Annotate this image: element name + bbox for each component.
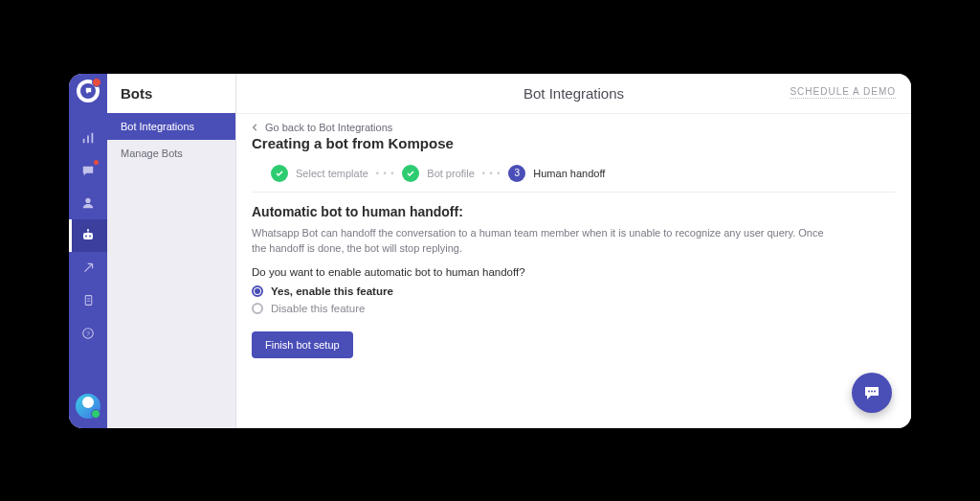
radio-disabled-unselected-icon	[252, 303, 263, 314]
svg-point-15	[871, 390, 873, 392]
step-separator: • • •	[482, 169, 501, 178]
svg-rect-2	[92, 132, 94, 143]
question-text: Do you want to enable automatic bot to h…	[252, 266, 896, 278]
finish-setup-button[interactable]: Finish bot setup	[252, 331, 353, 358]
step-1-check-icon	[271, 165, 288, 182]
main-panel: Bot Integrations SCHEDULE A DEMO Go back…	[236, 74, 911, 428]
clipboard-icon[interactable]	[69, 285, 107, 317]
radio-disable-label: Disable this feature	[271, 303, 365, 314]
svg-point-5	[85, 235, 87, 237]
svg-rect-4	[83, 233, 93, 239]
chevron-left-icon	[252, 124, 259, 131]
radio-enable-label: Yes, enable this feature	[271, 285, 393, 297]
svg-point-6	[89, 235, 91, 237]
step-1-label: Select template	[296, 168, 368, 179]
step-separator: • • •	[376, 169, 394, 178]
step-2-check-icon	[402, 165, 419, 182]
sidebar-title: Bots	[107, 74, 235, 113]
radio-enabled-selected-icon	[252, 285, 263, 297]
user-avatar[interactable]	[76, 394, 100, 419]
sidebar-item-bot-integrations[interactable]: Bot Integrations	[107, 113, 235, 140]
radio-enable[interactable]: Yes, enable this feature	[252, 285, 896, 297]
sidebar-item-manage-bots[interactable]: Manage Bots	[107, 140, 235, 167]
svg-point-14	[868, 390, 870, 392]
app-window: ? Bots Bot Integrations Manage Bots Bot …	[69, 74, 911, 428]
back-link-label: Go back to Bot Integrations	[265, 122, 392, 133]
svg-rect-9	[85, 296, 92, 306]
back-link[interactable]: Go back to Bot Integrations	[252, 114, 896, 135]
page-subtitle: Creating a bot from Kompose	[252, 135, 896, 151]
conversations-icon[interactable]	[69, 154, 107, 187]
help-icon[interactable]: ?	[69, 317, 107, 350]
section-heading: Automatic bot to human handoff:	[252, 204, 896, 219]
svg-rect-1	[87, 135, 89, 143]
page-title: Bot Integrations	[523, 85, 624, 102]
svg-point-8	[87, 229, 89, 231]
help-text: Whatsapp Bot can handoff the conversatio…	[252, 225, 826, 257]
chat-icon	[862, 383, 881, 402]
users-icon[interactable]	[69, 187, 107, 219]
analytics-icon[interactable]	[69, 122, 107, 154]
secondary-sidebar: Bots Bot Integrations Manage Bots	[107, 74, 236, 428]
svg-text:?: ?	[86, 330, 90, 336]
main-header: Bot Integrations SCHEDULE A DEMO	[236, 74, 911, 114]
primary-sidebar: ?	[69, 74, 107, 428]
step-3-number: 3	[508, 165, 525, 182]
schedule-demo-link[interactable]: SCHEDULE A DEMO	[790, 86, 896, 99]
svg-point-3	[85, 197, 90, 202]
step-2-label: Bot profile	[427, 168, 475, 179]
launch-icon[interactable]	[69, 252, 107, 285]
stepper: Select template • • • Bot profile • • • …	[252, 159, 896, 193]
bots-icon[interactable]	[69, 219, 107, 252]
step-3-label: Human handoff	[533, 168, 605, 179]
svg-rect-0	[83, 138, 85, 142]
svg-point-16	[874, 390, 876, 392]
chat-widget-button[interactable]	[852, 373, 892, 413]
brand-logo[interactable]	[77, 80, 100, 102]
radio-disable[interactable]: Disable this feature	[252, 303, 896, 314]
content-area: Go back to Bot Integrations Creating a b…	[236, 114, 911, 374]
